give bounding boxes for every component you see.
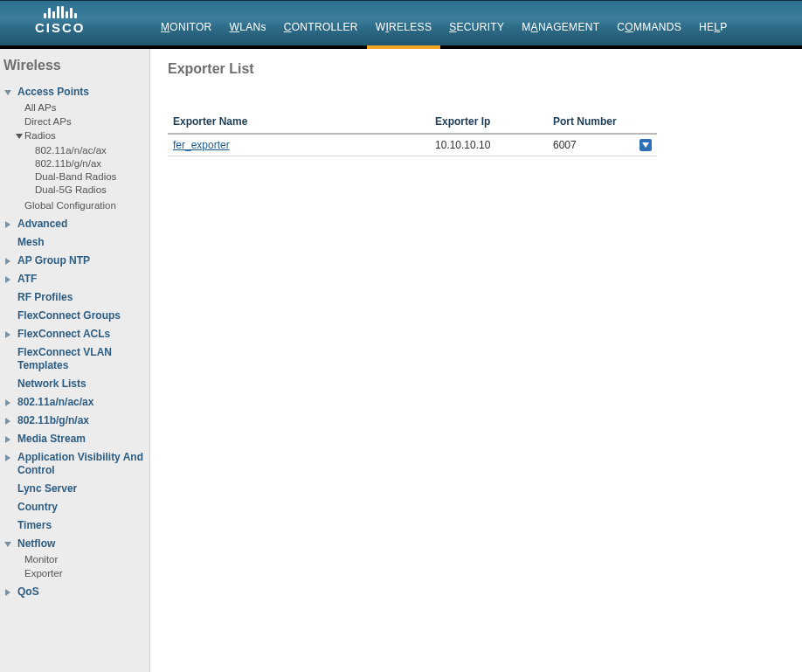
chevron-right-icon: [3, 330, 12, 339]
svg-marker-8: [5, 436, 10, 443]
sidebar-title: Wireless: [3, 58, 146, 73]
logo-bars-icon: [35, 6, 86, 18]
nav-help[interactable]: HELP: [699, 17, 728, 37]
sidebar-tree: Access PointsAll APsDirect APsRadios802.…: [3, 86, 146, 599]
sidebar-item-802-11a-n-ac-ax[interactable]: 802.11a/n/ac/ax: [3, 396, 146, 409]
content: Exporter List Exporter NameExporter IpPo…: [150, 49, 802, 672]
sidebar-subitem-monitor[interactable]: Monitor: [24, 552, 146, 566]
svg-marker-9: [5, 454, 10, 461]
chevron-right-icon: [3, 220, 12, 229]
sidebar-item-lync-server[interactable]: Lync Server: [3, 482, 146, 495]
sidebar-item-advanced[interactable]: Advanced: [3, 218, 146, 231]
svg-marker-10: [4, 542, 11, 547]
chevron-right-icon: [3, 239, 12, 247]
sidebar-item-label: Application Visibility And Control: [17, 451, 146, 477]
sidebar-subitem-802-11b-g-n-ax[interactable]: 802.11b/g/n/ax: [35, 157, 146, 170]
sidebar-item-label: RF Profiles: [17, 291, 73, 304]
chevron-right-icon: [3, 417, 12, 426]
sidebar-item-flexconnect-groups[interactable]: FlexConnect Groups: [3, 309, 146, 322]
sidebar-subitem-802-11a-n-ac-ax[interactable]: 802.11a/n/ac/ax: [35, 144, 146, 157]
svg-marker-0: [4, 90, 11, 95]
chevron-right-icon: [3, 435, 12, 444]
nav-management[interactable]: MANAGEMENT: [522, 17, 599, 37]
chevron-right-icon: [3, 398, 12, 407]
sidebar-item-mesh[interactable]: Mesh: [3, 236, 146, 249]
sidebar-item-media-stream[interactable]: Media Stream: [3, 433, 146, 446]
sidebar-item-application-visibility-and-control[interactable]: Application Visibility And Control: [3, 451, 146, 477]
sidebar-item-label: FlexConnect ACLs: [17, 328, 110, 341]
sidebar-item-label: Timers: [17, 519, 52, 532]
chevron-right-icon: [3, 503, 12, 512]
sidebar-subitem-radios[interactable]: Radios802.11a/n/ac/ax802.11b/g/n/axDual-…: [24, 128, 146, 197]
sidebar-item-country[interactable]: Country: [3, 501, 146, 514]
nav-controller[interactable]: CONTROLLER: [284, 17, 358, 37]
header: CISCO MONITORWLANsCONTROLLERWIRELESSSECU…: [0, 0, 802, 49]
chevron-right-icon: [3, 349, 12, 357]
table-body: fer_exporter10.10.10.106007: [168, 134, 657, 156]
exporter-port: 6007: [548, 134, 634, 156]
chevron-right-icon: [3, 522, 12, 530]
nav-wlans[interactable]: WLANs: [230, 17, 266, 37]
sidebar-item-label: QoS: [17, 585, 39, 599]
nav-commands[interactable]: COMMANDS: [617, 17, 681, 37]
sidebar-item-flexconnect-vlan-templates[interactable]: FlexConnect VLAN Templates: [3, 346, 146, 372]
sidebar-item-access-points[interactable]: Access Points: [3, 86, 146, 99]
sidebar-item-label: Network Lists: [17, 378, 86, 391]
sidebar-subitem-dual-band-radios[interactable]: Dual-Band Radios: [35, 170, 146, 184]
sidebar-item-label: Access Points: [17, 86, 89, 99]
sidebar-item-label: 802.11b/g/n/ax: [17, 414, 89, 427]
nav-monitor[interactable]: MONITOR: [161, 17, 212, 37]
sidebar-item-ap-group-ntp[interactable]: AP Group NTP: [3, 254, 146, 267]
chevron-down-icon: [3, 540, 12, 549]
nav-wireless[interactable]: WIRELESS: [376, 17, 432, 37]
sidebar-item-atf[interactable]: ATF: [3, 273, 146, 286]
exporter-table: Exporter NameExporter IpPort Number fer_…: [168, 112, 657, 156]
logo-text: CISCO: [35, 20, 86, 35]
svg-marker-11: [5, 589, 10, 596]
top-nav: MONITORWLANsCONTROLLERWIRELESSSECURITYMA…: [161, 17, 728, 45]
sidebar-item-label: Media Stream: [17, 433, 86, 446]
nav-security[interactable]: SECURITY: [449, 17, 504, 37]
row-menu-button[interactable]: [640, 139, 652, 151]
chevron-right-icon: [3, 257, 12, 266]
sidebar-item-netflow[interactable]: Netflow: [3, 537, 146, 551]
chevron-right-icon: [3, 380, 12, 389]
chevron-right-icon: [3, 294, 12, 302]
sidebar-item-network-lists[interactable]: Network Lists: [3, 378, 146, 391]
sidebar-subitem-global-configuration[interactable]: Global Configuration: [24, 198, 146, 212]
sidebar-item-label: AP Group NTP: [17, 254, 90, 267]
sidebar-item-rf-profiles[interactable]: RF Profiles: [3, 291, 146, 304]
sidebar-item-qos[interactable]: QoS: [3, 585, 146, 599]
sidebar-item-label: Country: [17, 501, 58, 514]
sidebar-item-label: ATF: [17, 273, 37, 286]
chevron-right-icon: [3, 312, 12, 321]
sidebar-item-flexconnect-acls[interactable]: FlexConnect ACLs: [3, 328, 146, 341]
table-header-row: Exporter NameExporter IpPort Number: [168, 112, 657, 134]
exporter-ip: 10.10.10.10: [430, 134, 548, 156]
svg-marker-2: [5, 221, 10, 228]
sidebar-item-timers[interactable]: Timers: [3, 519, 146, 532]
chevron-right-icon: [3, 485, 12, 494]
chevron-down-icon: [16, 129, 23, 143]
sidebar-item-802-11b-g-n-ax[interactable]: 802.11b/g/n/ax: [3, 414, 146, 427]
svg-marker-5: [5, 331, 10, 338]
sidebar-item-label: Advanced: [17, 218, 67, 231]
sidebar: Wireless Access PointsAll APsDirect APsR…: [0, 49, 150, 672]
sidebar-item-label: Lync Server: [17, 482, 77, 495]
col-actions: [634, 112, 657, 134]
svg-marker-6: [5, 399, 10, 406]
sidebar-item-label: 802.11a/n/ac/ax: [17, 396, 93, 409]
sidebar-subitem-direct-aps[interactable]: Direct APs: [24, 114, 146, 128]
sidebar-subitem-dual-5g-radios[interactable]: Dual-5G Radios: [35, 184, 146, 197]
chevron-right-icon: [3, 454, 12, 462]
chevron-down-icon: [3, 88, 12, 97]
exporter-link[interactable]: fer_exporter: [173, 139, 230, 151]
svg-marker-12: [642, 142, 649, 148]
svg-marker-3: [5, 258, 10, 265]
sidebar-item-label: Mesh: [17, 236, 45, 249]
sidebar-item-label: FlexConnect Groups: [17, 309, 121, 322]
sidebar-subitem-all-aps[interactable]: All APs: [24, 100, 146, 114]
table-row: fer_exporter10.10.10.106007: [168, 134, 657, 156]
col-exporter-ip: Exporter Ip: [430, 112, 548, 134]
sidebar-subitem-exporter[interactable]: Exporter: [24, 566, 146, 580]
